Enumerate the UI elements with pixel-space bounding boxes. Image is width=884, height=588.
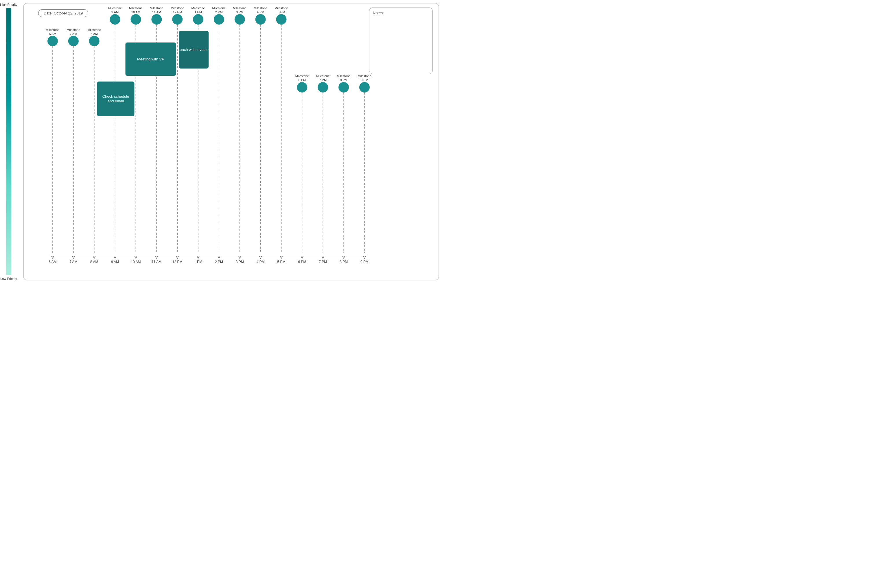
- svg-text:Milestone: Milestone: [108, 6, 122, 10]
- svg-text:5 PM: 5 PM: [278, 10, 285, 14]
- svg-text:6 PM: 6 PM: [298, 260, 306, 264]
- svg-marker-86: [343, 256, 345, 258]
- svg-point-63: [256, 14, 266, 25]
- svg-marker-14: [93, 256, 95, 258]
- svg-text:6 AM: 6 AM: [49, 32, 56, 36]
- svg-text:8 AM: 8 AM: [90, 260, 98, 264]
- svg-text:Milestone: Milestone: [150, 6, 164, 10]
- timeline-svg: Milestone6 AM6 AMMilestone7 AM7 AMMilest…: [24, 3, 439, 280]
- svg-text:Milestone: Milestone: [233, 6, 247, 10]
- svg-text:6 AM: 6 AM: [49, 260, 56, 264]
- svg-point-87: [338, 82, 349, 93]
- svg-marker-92: [363, 256, 365, 258]
- svg-text:1 PM: 1 PM: [194, 260, 202, 264]
- svg-text:7 AM: 7 AM: [70, 32, 77, 36]
- svg-text:2 PM: 2 PM: [215, 10, 223, 14]
- svg-text:Milestone: Milestone: [87, 28, 101, 32]
- svg-text:Milestone: Milestone: [295, 74, 309, 78]
- svg-text:10 AM: 10 AM: [131, 10, 140, 14]
- svg-text:4 PM: 4 PM: [257, 10, 265, 14]
- svg-marker-20: [114, 256, 116, 258]
- svg-marker-74: [301, 256, 303, 258]
- svg-marker-62: [260, 256, 262, 258]
- svg-point-81: [317, 82, 328, 93]
- svg-point-3: [47, 36, 58, 46]
- svg-text:7 PM: 7 PM: [319, 78, 326, 82]
- svg-point-21: [110, 14, 120, 25]
- svg-text:Milestone: Milestone: [46, 28, 59, 32]
- svg-text:5 PM: 5 PM: [277, 260, 286, 264]
- svg-text:Milestone: Milestone: [191, 6, 205, 10]
- svg-text:Milestone: Milestone: [129, 6, 143, 10]
- svg-text:9 AM: 9 AM: [111, 10, 119, 14]
- svg-text:4 PM: 4 PM: [257, 260, 265, 264]
- svg-marker-56: [239, 256, 241, 258]
- svg-text:Milestone: Milestone: [254, 6, 267, 10]
- svg-marker-50: [218, 256, 220, 258]
- svg-text:11 AM: 11 AM: [152, 260, 161, 264]
- svg-text:9 PM: 9 PM: [361, 78, 368, 82]
- svg-point-45: [193, 14, 203, 25]
- svg-text:3 PM: 3 PM: [236, 260, 244, 264]
- svg-text:8 PM: 8 PM: [340, 78, 347, 82]
- svg-point-39: [172, 14, 182, 25]
- svg-marker-26: [134, 256, 137, 258]
- svg-point-33: [151, 14, 162, 25]
- svg-marker-44: [197, 256, 199, 258]
- svg-point-9: [68, 36, 79, 46]
- svg-marker-38: [176, 256, 179, 258]
- priority-high-label: High Priority: [0, 3, 17, 6]
- svg-point-15: [89, 36, 99, 46]
- svg-text:Lunch with investor: Lunch with investor: [177, 47, 210, 52]
- svg-text:Meeting with VP: Meeting with VP: [137, 57, 164, 61]
- svg-text:11 AM: 11 AM: [152, 10, 161, 14]
- svg-text:Milestone: Milestone: [358, 74, 371, 78]
- svg-text:Milestone: Milestone: [275, 6, 288, 10]
- svg-text:Milestone: Milestone: [212, 6, 226, 10]
- svg-text:6 PM: 6 PM: [299, 78, 306, 82]
- svg-text:8 PM: 8 PM: [340, 260, 348, 264]
- svg-text:7 PM: 7 PM: [319, 260, 327, 264]
- svg-text:12 PM: 12 PM: [173, 10, 182, 14]
- svg-text:Milestone: Milestone: [66, 28, 80, 32]
- svg-point-57: [235, 14, 245, 25]
- priority-bar: High Priority Low Priority: [3, 3, 15, 280]
- svg-text:8 AM: 8 AM: [90, 32, 98, 36]
- svg-point-51: [214, 14, 224, 25]
- svg-marker-32: [155, 256, 158, 258]
- svg-text:9 PM: 9 PM: [361, 260, 368, 264]
- priority-low-label: Low Priority: [0, 277, 17, 280]
- svg-text:9 AM: 9 AM: [111, 260, 119, 264]
- priority-gradient: [6, 8, 11, 275]
- svg-text:Milestone: Milestone: [171, 6, 184, 10]
- svg-text:Milestone: Milestone: [316, 74, 330, 78]
- svg-text:10 AM: 10 AM: [131, 260, 141, 264]
- svg-text:3 PM: 3 PM: [236, 10, 244, 14]
- page-container: High Priority Low Priority Date: October…: [0, 0, 442, 294]
- svg-text:Milestone: Milestone: [337, 74, 350, 78]
- svg-marker-68: [280, 256, 283, 258]
- svg-text:and email: and email: [108, 99, 124, 103]
- svg-text:7 AM: 7 AM: [69, 260, 77, 264]
- svg-point-69: [276, 14, 287, 25]
- svg-marker-8: [72, 256, 75, 258]
- svg-text:2 PM: 2 PM: [215, 260, 223, 264]
- svg-point-93: [359, 82, 370, 93]
- svg-point-27: [131, 14, 141, 25]
- svg-text:1 PM: 1 PM: [194, 10, 202, 14]
- svg-point-75: [297, 82, 307, 93]
- svg-marker-80: [322, 256, 324, 258]
- svg-text:Check schedule: Check schedule: [102, 94, 129, 99]
- svg-text:12 PM: 12 PM: [172, 260, 182, 264]
- chart-container: Date: October 22, 2019 Notes: Milestone6…: [23, 3, 439, 280]
- svg-marker-2: [51, 256, 54, 258]
